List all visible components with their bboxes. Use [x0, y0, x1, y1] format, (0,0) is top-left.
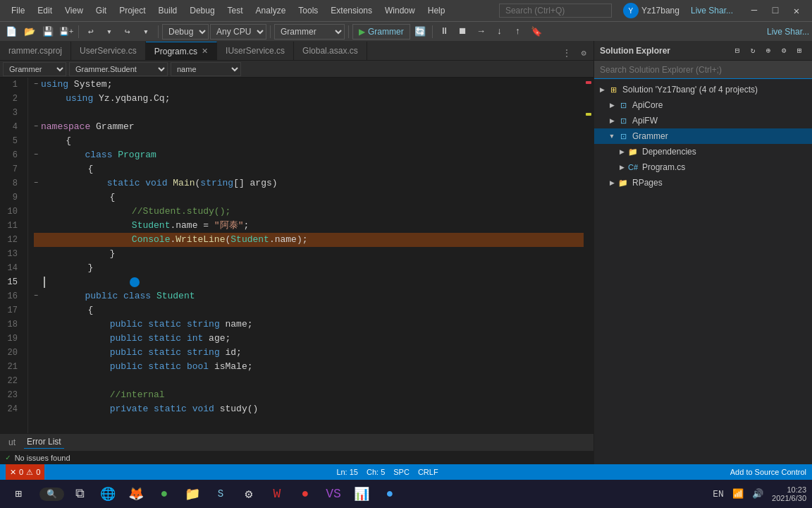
platform-select[interactable]: Any CPU	[210, 24, 266, 40]
taskbar-chrome[interactable]: ●	[152, 481, 177, 507]
collapse-8[interactable]: −	[34, 176, 38, 190]
menu-analyze[interactable]: Analyze	[250, 4, 292, 17]
taskbar-files[interactable]: 📁	[180, 481, 205, 507]
nav-context-select[interactable]: Grammer	[3, 62, 66, 76]
taskbar-edge[interactable]: 🌐	[95, 481, 121, 507]
live-share-toolbar[interactable]: Live Shar...	[767, 27, 809, 37]
save-btn[interactable]: 💾	[39, 23, 56, 40]
minimize-button[interactable]: ─	[744, 1, 764, 20]
collapse-6[interactable]: −	[34, 148, 38, 162]
tab-iuserservice[interactable]: IUserService.cs	[217, 42, 294, 60]
code-line-23: //internal	[34, 388, 584, 402]
tab-global[interactable]: Global.asax.cs	[294, 42, 367, 60]
menu-extensions[interactable]: Extensions	[325, 4, 378, 17]
menu-build[interactable]: Build	[153, 4, 183, 17]
line-num-21: 21	[0, 360, 22, 374]
taskbar-app10[interactable]: ●	[377, 481, 402, 507]
menu-help[interactable]: Help	[422, 4, 451, 17]
se-solution-root[interactable]: ▶ ⊞ Solution 'Yz17bang' (4 of 4 projects…	[594, 82, 812, 97]
save-all-btn[interactable]: 💾+	[58, 23, 75, 40]
se-collapse-btn[interactable]: ⊟	[730, 44, 744, 58]
nav-member-select[interactable]: name	[171, 62, 241, 76]
tab-csproj[interactable]: rammer.csproj	[0, 42, 71, 60]
close-button[interactable]: ✕	[787, 1, 806, 20]
se-item-rpages[interactable]: ▶ 📁 RPages	[594, 175, 812, 190]
se-item-program-cs[interactable]: ▶ C# Program.cs	[594, 159, 812, 175]
se-item-dependencies[interactable]: ▶ 📁 Dependencies	[594, 144, 812, 159]
user-profile[interactable]: Y Yz17bang	[623, 3, 679, 18]
expand-icon: ▶	[607, 117, 617, 124]
code-container[interactable]: 1 2 3 4 5 6 7 8 9 10 11 12 13 14 15 16 1…	[0, 78, 593, 433]
se-item-grammer[interactable]: ▼ ⊡ Grammer	[594, 128, 812, 144]
se-search-input[interactable]	[594, 61, 812, 79]
code-line-21: public static bool isMale;	[34, 360, 584, 374]
tab-program[interactable]: Program.cs ✕	[146, 42, 217, 60]
redo-dropdown[interactable]: ▾	[137, 23, 154, 40]
se-preview-btn[interactable]: ⊞	[792, 44, 806, 58]
line-num-17: 17	[0, 303, 22, 318]
project-select[interactable]: Grammer	[274, 24, 345, 40]
open-btn[interactable]: 📂	[21, 23, 38, 40]
menu-tools[interactable]: Tools	[293, 4, 324, 17]
live-share-btn[interactable]: Live Shar...	[691, 6, 733, 16]
tab-close-btn[interactable]: ✕	[202, 47, 208, 56]
taskbar-vs[interactable]: VS	[321, 481, 346, 507]
code-line-16: − public class Student	[34, 289, 584, 303]
tab-list-btn[interactable]: ⋮	[560, 46, 574, 60]
debug-btn3[interactable]: →	[473, 23, 490, 40]
undo-dropdown[interactable]: ▾	[101, 23, 118, 40]
taskbar-search[interactable]: 🔍	[39, 488, 64, 501]
se-item-apifw[interactable]: ▶ ⊡ ApiFW	[594, 113, 812, 128]
editor-tabs: rammer.csproj UserService.cs Program.cs …	[0, 41, 593, 61]
status-errors[interactable]: ✕ 0 ⚠ 0	[6, 464, 44, 480]
taskbar-firefox[interactable]: 🦊	[123, 481, 149, 507]
add-source-control[interactable]: Add to Source Control	[730, 468, 806, 476]
collapse-1[interactable]: −	[34, 78, 38, 92]
undo-btn[interactable]: ↩	[82, 23, 99, 40]
nav-class-select[interactable]: Grammer.Student	[69, 62, 168, 76]
taskview-btn[interactable]: ⧉	[67, 481, 92, 507]
se-settings-btn[interactable]: ⚙	[777, 44, 791, 58]
taskbar-app6[interactable]: W	[264, 481, 290, 507]
se-refresh-btn[interactable]: ↻	[746, 44, 760, 58]
taskbar-settings[interactable]: ⚙	[236, 481, 262, 507]
bottom-tab-errors[interactable]: Error List	[24, 435, 64, 449]
taskbar-app7[interactable]: ●	[293, 481, 318, 507]
editor-scrollbar[interactable]	[584, 78, 593, 433]
collapse-4[interactable]: −	[34, 120, 38, 134]
debug-btn4[interactable]: ↓	[491, 23, 508, 40]
se-item-apicore[interactable]: ▶ ⊡ ApiCore	[594, 97, 812, 113]
menu-debug[interactable]: Debug	[184, 4, 220, 17]
code-text[interactable]: − using System; using Yz.yqbang.Cq; − na…	[28, 78, 584, 433]
tab-settings-btn[interactable]: ⚙	[577, 46, 591, 60]
menu-test[interactable]: Test	[222, 4, 249, 17]
debug-btn2[interactable]: ⏹	[455, 23, 472, 40]
taskbar-app9[interactable]: 📊	[349, 481, 374, 507]
debug-btn1[interactable]: ⏸	[436, 23, 453, 40]
bookmark-btn[interactable]: 🔖	[528, 23, 545, 40]
menu-git[interactable]: Git	[90, 4, 112, 17]
solution-label: Solution 'Yz17bang' (4 of 4 projects)	[622, 85, 758, 95]
start-button[interactable]: ⊞	[6, 481, 31, 507]
bottom-tab-output[interactable]: ut	[6, 436, 18, 449]
se-filter-btn[interactable]: ⊕	[761, 44, 775, 58]
menu-edit[interactable]: Edit	[32, 4, 58, 17]
taskbar-clock[interactable]: 10:23 2021/6/30	[772, 485, 806, 502]
taskbar-app5[interactable]: S	[208, 481, 233, 507]
menu-file[interactable]: File	[6, 4, 30, 17]
debug-btn5[interactable]: ↑	[510, 23, 527, 40]
menu-view[interactable]: View	[59, 4, 89, 17]
maximize-button[interactable]: □	[765, 1, 785, 20]
run-button[interactable]: ▶ Grammer	[352, 24, 410, 40]
new-file-btn[interactable]: 📄	[3, 23, 20, 40]
expand-icon: ▶	[597, 86, 607, 93]
redo-btn[interactable]: ↪	[119, 23, 136, 40]
global-search-input[interactable]	[499, 4, 612, 18]
no-issues-text: No issues found	[15, 454, 70, 462]
collapse-16[interactable]: −	[34, 289, 38, 303]
menu-window[interactable]: Window	[379, 4, 421, 17]
restart-btn[interactable]: 🔄	[412, 23, 429, 40]
build-config-select[interactable]: Debug	[162, 24, 209, 40]
tab-userservice[interactable]: UserService.cs	[71, 42, 146, 60]
menu-project[interactable]: Project	[113, 4, 151, 17]
